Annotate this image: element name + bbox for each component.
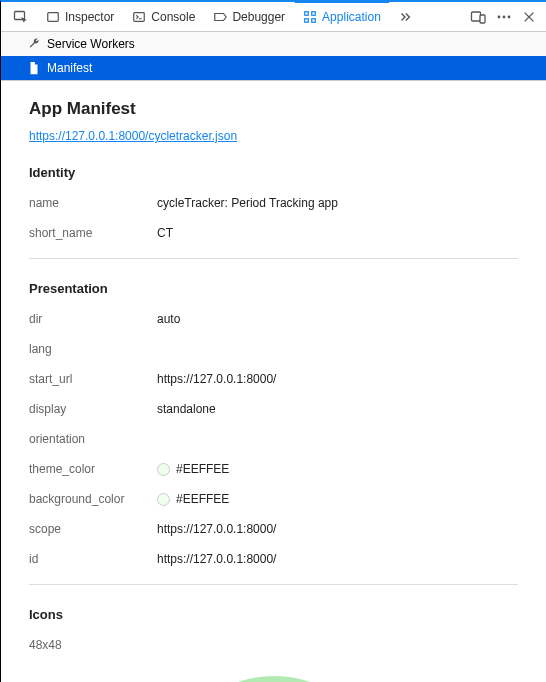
row-display: display standalone bbox=[29, 394, 518, 424]
row-background-color: background_color #EEFFEE bbox=[29, 484, 518, 514]
kebab-icon bbox=[496, 9, 512, 25]
row-short-name: short_name CT bbox=[29, 218, 518, 248]
row-icon-size: 48x48 bbox=[29, 630, 518, 660]
icon-preview bbox=[29, 668, 518, 682]
tab-console[interactable]: Console bbox=[123, 2, 204, 32]
row-dir: dir auto bbox=[29, 304, 518, 334]
row-scope: scope https://127.0.0.1:8000/ bbox=[29, 514, 518, 544]
svg-rect-3 bbox=[305, 11, 309, 15]
svg-point-9 bbox=[498, 15, 501, 18]
close-button[interactable] bbox=[522, 10, 536, 24]
svg-rect-6 bbox=[312, 18, 316, 22]
document-icon bbox=[27, 61, 41, 75]
page-title: App Manifest bbox=[29, 99, 518, 119]
svg-rect-4 bbox=[312, 11, 316, 15]
name-value: cycleTracker: Period Tracking app bbox=[157, 196, 338, 210]
wrench-icon bbox=[27, 37, 41, 51]
scope-value: https://127.0.0.1:8000/ bbox=[157, 522, 276, 536]
orientation-key: orientation bbox=[29, 432, 157, 446]
row-lang: lang bbox=[29, 334, 518, 364]
presentation-header: Presentation bbox=[29, 281, 518, 296]
section-divider bbox=[29, 258, 518, 259]
row-orientation: orientation bbox=[29, 424, 518, 454]
chevron-double-right-icon bbox=[398, 10, 412, 24]
display-value: standalone bbox=[157, 402, 216, 416]
start-url-key: start_url bbox=[29, 372, 157, 386]
debugger-icon bbox=[213, 10, 227, 24]
dir-value: auto bbox=[157, 312, 180, 326]
tab-inspector[interactable]: Inspector bbox=[37, 2, 123, 32]
short-name-value: CT bbox=[157, 226, 173, 240]
sidebar-item-service-workers[interactable]: Service Workers bbox=[1, 32, 546, 56]
svg-rect-1 bbox=[48, 12, 59, 21]
background-color-key: background_color bbox=[29, 492, 157, 506]
identity-header: Identity bbox=[29, 165, 518, 180]
devtools-toolbar: Inspector Console Debugger Application bbox=[1, 2, 546, 32]
theme-color-value: #EEFFEE bbox=[157, 462, 229, 476]
close-icon bbox=[522, 10, 536, 24]
row-name: name cycleTracker: Period Tracking app bbox=[29, 188, 518, 218]
theme-color-text: #EEFFEE bbox=[176, 462, 229, 476]
kebab-menu-button[interactable] bbox=[496, 9, 512, 25]
dir-key: dir bbox=[29, 312, 157, 326]
element-picker-button[interactable] bbox=[5, 3, 37, 31]
console-icon bbox=[132, 10, 146, 24]
svg-rect-7 bbox=[472, 12, 481, 21]
start-url-value: https://127.0.0.1:8000/ bbox=[157, 372, 276, 386]
tabs-overflow-button[interactable] bbox=[390, 3, 420, 31]
svg-rect-5 bbox=[305, 18, 309, 22]
tab-application[interactable]: Application bbox=[294, 1, 390, 31]
tab-debugger[interactable]: Debugger bbox=[204, 2, 294, 32]
sidebar-item-manifest[interactable]: Manifest bbox=[1, 56, 546, 80]
icon-size-label: 48x48 bbox=[29, 638, 157, 652]
name-key: name bbox=[29, 196, 157, 210]
svg-point-11 bbox=[508, 15, 511, 18]
manifest-label: Manifest bbox=[47, 61, 92, 75]
tab-console-label: Console bbox=[151, 10, 195, 24]
application-sidebar: Service Workers Manifest bbox=[1, 32, 546, 81]
theme-color-swatch[interactable] bbox=[157, 463, 170, 476]
lang-key: lang bbox=[29, 342, 157, 356]
element-picker-icon bbox=[13, 9, 29, 25]
row-start-url: start_url https://127.0.0.1:8000/ bbox=[29, 364, 518, 394]
manifest-panel: App Manifest https://127.0.0.1:8000/cycl… bbox=[1, 81, 546, 682]
id-key: id bbox=[29, 552, 157, 566]
display-key: display bbox=[29, 402, 157, 416]
svg-rect-8 bbox=[480, 15, 485, 23]
id-value: https://127.0.0.1:8000/ bbox=[157, 552, 276, 566]
inspector-icon bbox=[46, 10, 60, 24]
short-name-key: short_name bbox=[29, 226, 157, 240]
background-color-text: #EEFFEE bbox=[176, 492, 229, 506]
theme-color-key: theme_color bbox=[29, 462, 157, 476]
tab-inspector-label: Inspector bbox=[65, 10, 114, 24]
tab-application-label: Application bbox=[322, 10, 381, 24]
app-icon-image bbox=[164, 676, 384, 682]
responsive-design-button[interactable] bbox=[470, 9, 486, 25]
background-color-value: #EEFFEE bbox=[157, 492, 229, 506]
scope-key: scope bbox=[29, 522, 157, 536]
row-id: id https://127.0.0.1:8000/ bbox=[29, 544, 518, 574]
icons-header: Icons bbox=[29, 607, 518, 622]
service-workers-label: Service Workers bbox=[47, 37, 135, 51]
row-theme-color: theme_color #EEFFEE bbox=[29, 454, 518, 484]
application-icon bbox=[303, 10, 317, 24]
section-divider bbox=[29, 584, 518, 585]
background-color-swatch[interactable] bbox=[157, 493, 170, 506]
tab-debugger-label: Debugger bbox=[232, 10, 285, 24]
manifest-url-link[interactable]: https://127.0.0.1:8000/cycletracker.json bbox=[29, 129, 237, 143]
svg-rect-2 bbox=[134, 12, 145, 21]
devices-icon bbox=[470, 9, 486, 25]
svg-point-10 bbox=[503, 15, 506, 18]
